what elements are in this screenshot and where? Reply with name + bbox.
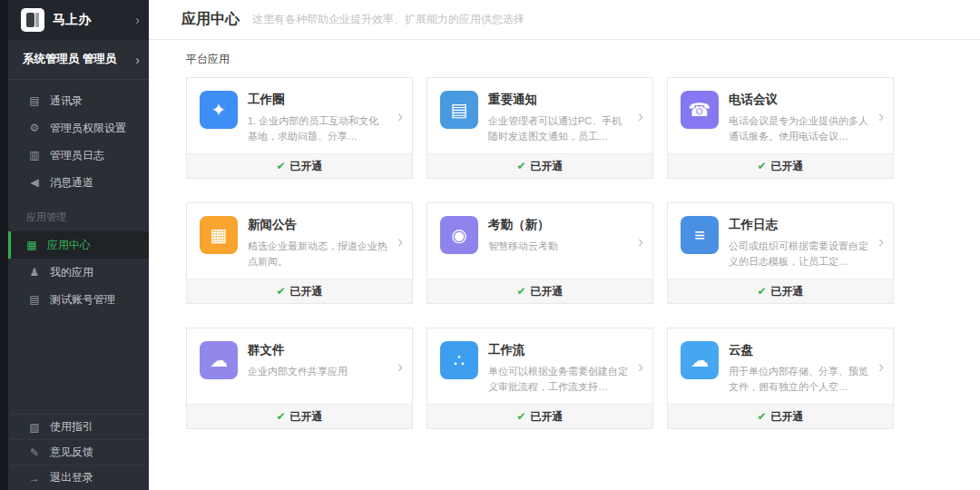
status-label: 已开通 (531, 284, 564, 299)
app-window: 马上办 › 系统管理员 管理员 › ▤ 通讯录 ⚙ 管理员权限设置 ▥ 管理员日… (0, 0, 980, 490)
group-file-cloud-icon: ☁ (200, 341, 238, 379)
sidebar-item-logout[interactable]: → 退出登录 (8, 465, 149, 490)
card-body: ✦ 工作圈 1. 企业内部的员工互动和文化基地，求助问题、分享… › (187, 78, 412, 153)
card-desc: 用于单位内部存储、分享、预览文件，拥有独立的个人空… (729, 364, 869, 395)
card-title: 工作日志 (729, 217, 869, 233)
chevron-right-icon[interactable]: › (638, 106, 643, 125)
work-log-icon: ≡ (681, 216, 719, 254)
card-text: 电话会议 电话会议是专为企业提供的多人通话服务。使用电话会议… (729, 91, 884, 144)
org-switcher[interactable]: 马上办 › (8, 0, 149, 40)
document-icon: ▤ (28, 293, 41, 306)
card-status: ✔ 已开通 (187, 404, 412, 428)
workflow-icon: ∴ (440, 341, 478, 379)
card-phone-conference[interactable]: ☎ 电话会议 电话会议是专为企业提供的多人通话服务。使用电话会议… › ✔ 已开… (667, 77, 894, 179)
sidebar-item-label: 意见反馈 (50, 445, 93, 460)
icon-glyph: ∴ (454, 349, 466, 371)
speaker-icon: ◀ (28, 176, 41, 189)
chevron-right-icon: › (135, 14, 140, 26)
card-desc: 企业内部文件共享应用 (248, 364, 388, 395)
card-desc: 电话会议是专为企业提供的多人通话服务。使用电话会议… (729, 113, 869, 144)
chevron-right-icon[interactable]: › (878, 106, 884, 125)
chevron-right-icon[interactable]: › (397, 357, 403, 376)
news-icon: ▦ (200, 216, 238, 254)
sidebar-item-user-guide[interactable]: ▧ 使用指引 (8, 414, 149, 439)
chevron-right-icon[interactable]: › (397, 231, 403, 250)
card-important-notice[interactable]: ▤ 重要通知 企业管理者可以通过PC、手机随时发送图文通知，员工… › ✔ 已开… (426, 77, 653, 179)
chevron-right-icon[interactable]: › (397, 106, 403, 125)
card-cloud-disk[interactable]: ☁ 云盘 用于单位内部存储、分享、预览文件，拥有独立的个人空… › ✔ 已开通 (667, 328, 894, 429)
card-body: ☎ 电话会议 电话会议是专为企业提供的多人通话服务。使用电话会议… › (668, 78, 893, 153)
card-body: ∴ 工作流 单位可以根据业务需要创建自定义审批流程，工作流支持… › (427, 328, 652, 404)
sidebar-item-test-accounts[interactable]: ▤ 测试账号管理 (8, 286, 149, 313)
chevron-right-icon[interactable]: › (638, 231, 643, 250)
card-title: 云盘 (729, 342, 869, 358)
sidebar-item-admin-permissions[interactable]: ⚙ 管理员权限设置 (8, 114, 149, 142)
page-subtitle: 这里有各种帮助企业提升效率、扩展能力的应用供您选择 (252, 12, 524, 27)
check-icon: ✔ (516, 160, 525, 172)
sidebar-item-label: 测试账号管理 (50, 292, 115, 308)
card-title: 电话会议 (729, 92, 869, 108)
grid-icon: ▦ (25, 239, 38, 251)
card-desc: 精选企业最新动态，报道企业热点新闻。 (248, 239, 388, 270)
check-icon: ✔ (516, 285, 525, 298)
attendance-pin-icon: ◉ (440, 216, 478, 254)
contacts-icon: ▤ (28, 94, 41, 107)
sidebar-item-contacts[interactable]: ▤ 通讯录 (8, 87, 149, 114)
card-status: ✔ 已开通 (427, 404, 652, 428)
card-text: 工作日志 公司或组织可根据需要设置自定义的日志模板，让员工定… (729, 216, 884, 270)
check-icon: ✔ (757, 160, 766, 172)
icon-glyph: ☁ (691, 349, 709, 371)
card-group-files[interactable]: ☁ 群文件 企业内部文件共享应用 › ✔ 已开通 (186, 328, 413, 429)
sidebar-item-admin-log[interactable]: ▥ 管理员日志 (8, 142, 149, 169)
sidebar-item-label: 退出登录 (50, 470, 93, 485)
sidebar-menu: ▤ 通讯录 ⚙ 管理员权限设置 ▥ 管理员日志 ◀ 消息通道 (8, 80, 149, 196)
card-title: 群文件 (248, 342, 388, 358)
status-label: 已开通 (290, 409, 323, 425)
sidebar-item-app-center[interactable]: ▦ 应用中心 (8, 231, 149, 259)
check-icon: ✔ (276, 285, 285, 298)
app-card-grid: ✦ 工作圈 1. 企业内部的员工互动和文化基地，求助问题、分享… › ✔ 已开通 (186, 77, 980, 429)
status-label: 已开通 (531, 409, 564, 425)
card-work-circle[interactable]: ✦ 工作圈 1. 企业内部的员工互动和文化基地，求助问题、分享… › ✔ 已开通 (186, 77, 413, 179)
sidebar-item-feedback[interactable]: ✎ 意见反馈 (8, 439, 149, 465)
card-title: 重要通知 (488, 92, 629, 108)
icon-glyph: ☁ (210, 349, 228, 371)
pencil-icon: ✎ (28, 446, 41, 459)
admin-account-row[interactable]: 系统管理员 管理员 › (8, 40, 149, 80)
sidebar-item-my-apps[interactable]: ♟ 我的应用 (8, 259, 149, 286)
card-text: 工作流 单位可以根据业务需要创建自定义审批流程，工作流支持… (488, 341, 643, 395)
status-label: 已开通 (771, 159, 804, 174)
icon-glyph: ✦ (211, 99, 227, 121)
card-news[interactable]: ▦ 新闻公告 精选企业最新动态，报道企业热点新闻。 › ✔ 已开通 (186, 202, 413, 304)
status-label: 已开通 (290, 284, 323, 299)
card-text: 云盘 用于单位内部存储、分享、预览文件，拥有独立的个人空… (729, 341, 884, 395)
icon-glyph: ◉ (451, 224, 466, 246)
card-title: 考勤（新） (488, 217, 629, 233)
card-status: ✔ 已开通 (427, 153, 652, 178)
icon-glyph: ☎ (689, 99, 711, 121)
logout-icon: → (28, 472, 41, 485)
card-text: 新闻公告 精选企业最新动态，报道企业热点新闻。 (248, 216, 403, 270)
card-text: 群文件 企业内部文件共享应用 (248, 341, 403, 395)
sidebar-app-menu: ▦ 应用中心 ♟ 我的应用 ▤ 测试账号管理 (8, 230, 149, 313)
card-text: 重要通知 企业管理者可以通过PC、手机随时发送图文通知，员工… (488, 91, 643, 144)
chevron-right-icon[interactable]: › (878, 357, 884, 376)
important-notice-icon: ▤ (440, 91, 478, 129)
card-status: ✔ 已开通 (187, 279, 412, 303)
card-attendance[interactable]: ◉ 考勤（新） 智慧移动云考勤 › ✔ 已开通 (426, 202, 653, 304)
sidebar-item-label: 通讯录 (50, 93, 83, 109)
work-circle-icon: ✦ (200, 91, 238, 129)
check-icon: ✔ (276, 160, 285, 172)
card-title: 工作流 (488, 342, 629, 358)
icon-glyph: ▦ (211, 224, 228, 246)
icon-glyph: ▤ (451, 99, 468, 121)
chevron-right-icon[interactable]: › (878, 231, 884, 250)
card-work-log[interactable]: ≡ 工作日志 公司或组织可根据需要设置自定义的日志模板，让员工定… › ✔ 已开… (667, 202, 894, 304)
card-text: 工作圈 1. 企业内部的员工互动和文化基地，求助问题、分享… (248, 91, 403, 144)
card-desc: 公司或组织可根据需要设置自定义的日志模板，让员工定… (729, 239, 869, 270)
card-title: 新闻公告 (248, 217, 388, 233)
card-status: ✔ 已开通 (427, 279, 652, 303)
chevron-right-icon[interactable]: › (638, 357, 643, 376)
card-workflow[interactable]: ∴ 工作流 单位可以根据业务需要创建自定义审批流程，工作流支持… › ✔ 已开通 (426, 328, 653, 429)
sidebar-item-message-channel[interactable]: ◀ 消息通道 (8, 169, 149, 196)
